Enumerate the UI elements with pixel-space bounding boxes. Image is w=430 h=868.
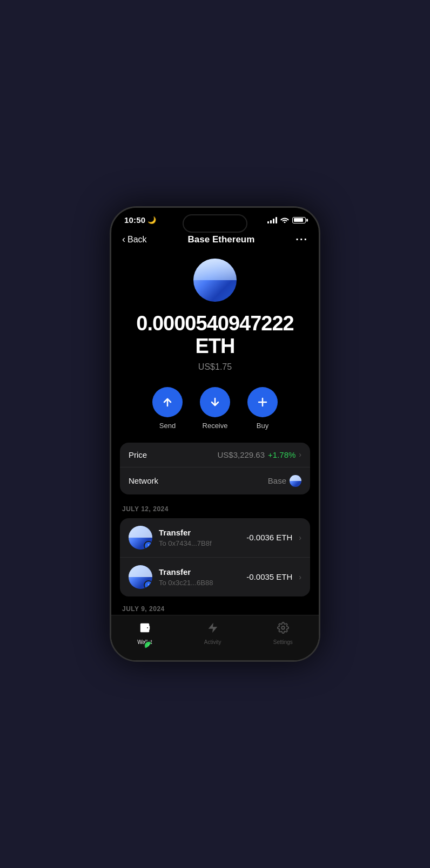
nav-item-settings[interactable]: Settings [263,620,304,647]
activity-nav-label: Activity [204,639,221,645]
network-value-container: Base [268,475,301,487]
tx-title-1: Transfer [159,527,240,538]
tx-chevron-1: › [299,533,301,542]
back-label: Back [127,235,147,245]
wifi-icon [280,216,289,225]
network-row[interactable]: Network Base [120,467,310,494]
price-change: +1.78% [268,450,295,459]
tx-info-2: Transfer To 0x3c21...6B88 [159,567,240,587]
back-button[interactable]: ‹ Back [122,234,147,245]
bottom-nav: Wallet Activity Settings [111,615,319,660]
tx-amount-2: -0.0035 ETH [246,572,292,581]
activity-icon [207,622,219,637]
balance-eth: 0.0000540947222 ETH [120,313,310,358]
battery-icon [292,217,306,223]
tx-icon-send-1: ↑ [129,526,152,550]
send-button[interactable] [152,387,183,417]
tx-chevron-2: › [299,573,301,581]
svg-point-6 [281,626,285,629]
phone-screen: 10:50 🌙 [111,208,319,660]
wallet-icon [139,622,151,637]
buy-label: Buy [257,422,268,430]
tx-card-july12: ↑ Transfer To 0x7434...7B8f -0.0036 ETH … [120,518,310,596]
back-chevron-icon: ‹ [122,234,125,245]
balance-section: 0.0000540947222 ETH US$1.75 [111,313,319,376]
tx-date-july12: JULY 12, 2024 [120,505,310,518]
tx-section-july12: JULY 12, 2024 ↑ Transfer To 0x7434...7B8… [120,505,310,596]
info-card: Price US$3,229.63 +1.78% › Network Base [120,443,310,494]
svg-point-4 [147,627,148,628]
price-value: US$3,229.63 [217,450,265,459]
moon-icon: 🌙 [147,216,156,224]
send-action[interactable]: Send [152,387,183,430]
settings-icon [277,622,289,637]
network-icon [290,475,301,487]
send-badge-2: ↑ [144,580,152,589]
price-label: Price [129,450,147,459]
tx-icon-send-2: ↑ [129,565,152,589]
receive-action[interactable]: Receive [200,387,230,430]
more-button[interactable]: ··· [295,233,308,246]
settings-nav-label: Settings [273,639,293,645]
signal-bars-icon [267,217,277,223]
svg-marker-5 [208,623,217,633]
balance-usd: US$1.75 [120,362,310,372]
token-icon [193,259,237,302]
price-chevron-icon: › [299,450,301,459]
page-header: ‹ Back Base Ethereum ··· [111,229,319,254]
tx-title-2: Transfer [159,567,240,578]
tx-subtitle-2: To 0x3c21...6B88 [159,579,240,587]
buy-action[interactable]: Buy [247,387,278,430]
price-value-container: US$3,229.63 +1.78% › [217,450,301,459]
buy-button[interactable] [247,387,278,417]
status-icons [267,216,306,225]
table-row[interactable]: ↑ Transfer To 0x3c21...6B88 -0.0035 ETH … [120,557,310,596]
price-row[interactable]: Price US$3,229.63 +1.78% › [120,443,310,467]
receive-label: Receive [203,422,228,430]
tx-info-1: Transfer To 0x7434...7B8f [159,527,240,547]
dynamic-island [183,214,247,233]
page-title: Base Ethereum [188,234,255,245]
action-buttons: Send Receive Buy [111,376,319,443]
tx-subtitle-1: To 0x7434...7B8f [159,539,240,547]
token-icon-container [111,259,319,302]
send-badge-1: ↑ [144,541,152,550]
network-label: Network [129,476,158,485]
send-label: Send [159,422,176,430]
tx-amount-1: -0.0036 ETH [246,533,292,542]
network-name: Base [268,476,286,485]
receive-badge-1: ↓ [144,641,152,649]
phone-frame: 10:50 🌙 [110,206,320,662]
nav-item-activity[interactable]: Activity [193,620,232,647]
receive-button[interactable] [200,387,230,417]
table-row[interactable]: ↑ Transfer To 0x7434...7B8f -0.0036 ETH … [120,518,310,557]
status-time: 10:50 [124,215,145,225]
